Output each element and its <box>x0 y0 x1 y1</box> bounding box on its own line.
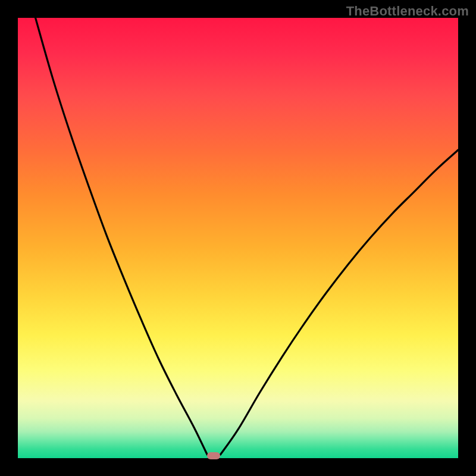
plot-frame <box>18 18 458 458</box>
curve-right-branch <box>220 150 458 455</box>
curve-svg <box>18 18 458 458</box>
watermark-text: TheBottleneck.com <box>346 4 469 19</box>
minimum-marker <box>207 452 220 459</box>
curve-left-branch <box>36 18 208 455</box>
